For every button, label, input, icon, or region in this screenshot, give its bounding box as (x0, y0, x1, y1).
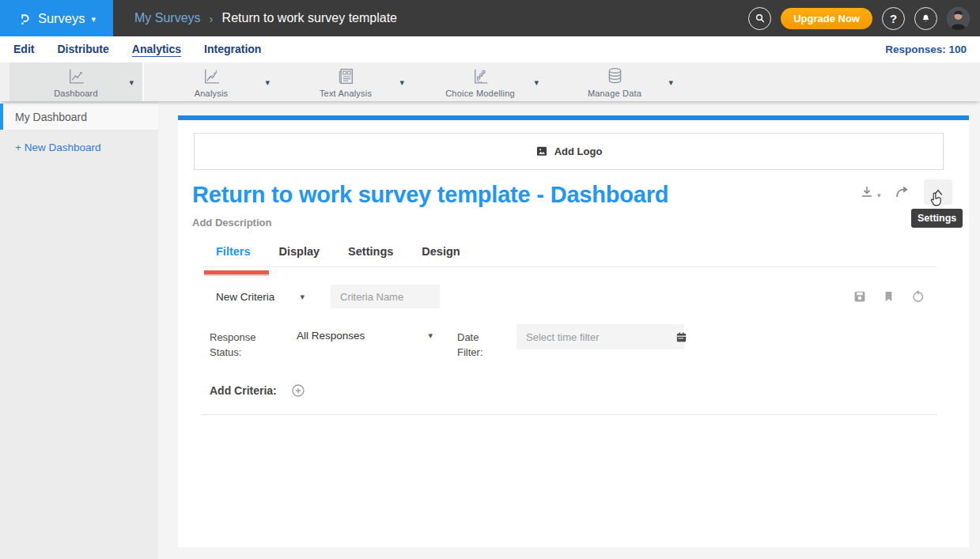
criteria-name-input[interactable] (331, 285, 440, 308)
criteria-row: New Criteria (216, 285, 945, 308)
topbar-actions: Upgrade Now ? (748, 7, 980, 30)
add-description-button[interactable]: Add Description (192, 217, 271, 229)
brand-label: Surveys (38, 11, 85, 26)
download-icon (858, 183, 876, 201)
bookmark-button[interactable] (882, 289, 895, 304)
toolbar-item-text-analysis[interactable]: Text Analysis (278, 62, 413, 101)
chevron-up-icon (931, 187, 945, 198)
criteria-select-value: New Criteria (216, 291, 274, 303)
toolbar-item-analysis[interactable]: Analysis (144, 62, 278, 101)
download-button[interactable] (858, 183, 881, 201)
response-status-label: Response Status: (210, 330, 276, 360)
breadcrumb: My Surveys › Return to work survey templ… (134, 11, 397, 25)
tab-filters[interactable]: Filters (216, 245, 251, 266)
upgrade-now-button[interactable]: Upgrade Now (781, 8, 872, 29)
date-filter-input[interactable] (516, 324, 684, 349)
new-dashboard-button[interactable]: + New Dashboard (15, 142, 158, 153)
responses-count: Responses: 100 (885, 43, 967, 55)
caret-down-icon (300, 293, 305, 301)
share-button[interactable] (894, 183, 911, 201)
criteria-type-select[interactable]: New Criteria (216, 291, 305, 303)
dashboard-card: Add Logo Return to work survey template … (178, 115, 969, 547)
newspaper-icon (336, 66, 356, 87)
caret-down-icon[interactable] (129, 77, 134, 86)
tab-design[interactable]: Design (422, 245, 460, 266)
survey-nav: Edit Distribute Analytics Integration Re… (0, 36, 980, 62)
toolbar-item-manage-data[interactable]: Manage Data (547, 62, 682, 101)
collapse-settings-button[interactable] (924, 179, 952, 205)
save-icon (853, 289, 867, 304)
add-logo-button[interactable]: Add Logo (194, 133, 944, 170)
nav-item-distribute[interactable]: Distribute (57, 43, 108, 56)
add-criteria-button[interactable] (290, 383, 306, 398)
line-chart-icon (66, 66, 86, 87)
response-status-select[interactable]: All Responses (297, 330, 433, 342)
image-icon (535, 145, 548, 157)
add-logo-label: Add Logo (554, 145, 603, 157)
caret-down-icon[interactable] (399, 77, 404, 86)
nav-item-integration[interactable]: Integration (204, 43, 261, 56)
analytics-toolbar: Dashboard Analysis Text Analysis (0, 62, 980, 101)
tab-display[interactable]: Display (279, 245, 320, 266)
caret-down-icon (877, 192, 881, 199)
add-criteria-label: Add Criteria: (210, 384, 277, 397)
app-window: Surveys My Surveys › Return to work surv… (0, 0, 980, 559)
plus-circle-icon (290, 383, 306, 398)
sidebar-item-my-dashboard[interactable]: My Dashboard (0, 104, 158, 130)
dashboard-title[interactable]: Return to work survey template - Dashboa… (192, 182, 668, 208)
calendar-icon[interactable] (675, 330, 688, 344)
dashboard-sidebar: My Dashboard + New Dashboard (0, 101, 158, 559)
search-icon (754, 12, 766, 25)
date-filter-label: Date Filter: (457, 330, 505, 360)
nav-item-edit[interactable]: Edit (13, 43, 34, 56)
toolbar-item-label: Choice Modelling (445, 89, 515, 98)
question-mark-icon: ? (890, 12, 897, 25)
reset-button[interactable] (910, 289, 925, 304)
notifications-button[interactable] (914, 7, 937, 30)
top-bar: Surveys My Surveys › Return to work surv… (0, 0, 980, 36)
accent-bar (178, 115, 969, 120)
caret-down-icon[interactable] (668, 77, 673, 86)
proprofs-logo-icon (17, 9, 32, 28)
trend-chart-icon (202, 66, 221, 87)
caret-down-icon (92, 15, 96, 24)
scatter-chart-icon (471, 66, 490, 87)
section-divider (201, 414, 937, 415)
nav-item-analytics[interactable]: Analytics (132, 43, 181, 57)
add-criteria-row: Add Criteria: (210, 383, 306, 398)
breadcrumb-separator: › (210, 12, 214, 25)
toolbar-item-dashboard[interactable]: Dashboard (9, 62, 144, 101)
caret-down-icon[interactable] (534, 77, 539, 86)
toolbar-item-label: Manage Data (588, 89, 641, 98)
refresh-icon (910, 289, 925, 304)
bell-icon (920, 13, 932, 25)
settings-tooltip: Settings (911, 209, 963, 228)
toolbar-item-label: Dashboard (54, 89, 98, 98)
dashboard-actions (858, 179, 952, 205)
bookmark-icon (882, 289, 895, 304)
database-icon (605, 66, 625, 87)
toolbar-item-label: Analysis (195, 89, 229, 98)
breadcrumb-my-surveys[interactable]: My Surveys (134, 11, 201, 25)
date-filter-field[interactable] (516, 324, 675, 349)
toolbar-item-label: Text Analysis (320, 89, 372, 98)
tab-settings[interactable]: Settings (348, 245, 393, 266)
main-content: Add Logo Return to work survey template … (158, 101, 980, 559)
caret-down-icon[interactable] (265, 77, 270, 86)
search-button[interactable] (748, 7, 771, 30)
share-arrow-icon (894, 183, 911, 201)
avatar[interactable] (947, 7, 970, 30)
save-criteria-button[interactable] (853, 289, 867, 304)
help-button[interactable]: ? (882, 7, 905, 30)
caret-down-icon (428, 331, 433, 340)
dashboard-tabs: Filters Display Settings Design (204, 245, 937, 267)
toolbar-item-choice-modelling[interactable]: Choice Modelling (413, 62, 547, 101)
criteria-actions (853, 289, 925, 304)
response-status-value: All Responses (297, 330, 365, 342)
breadcrumb-current: Return to work survey template (222, 11, 397, 25)
product-switcher[interactable]: Surveys (0, 0, 113, 36)
